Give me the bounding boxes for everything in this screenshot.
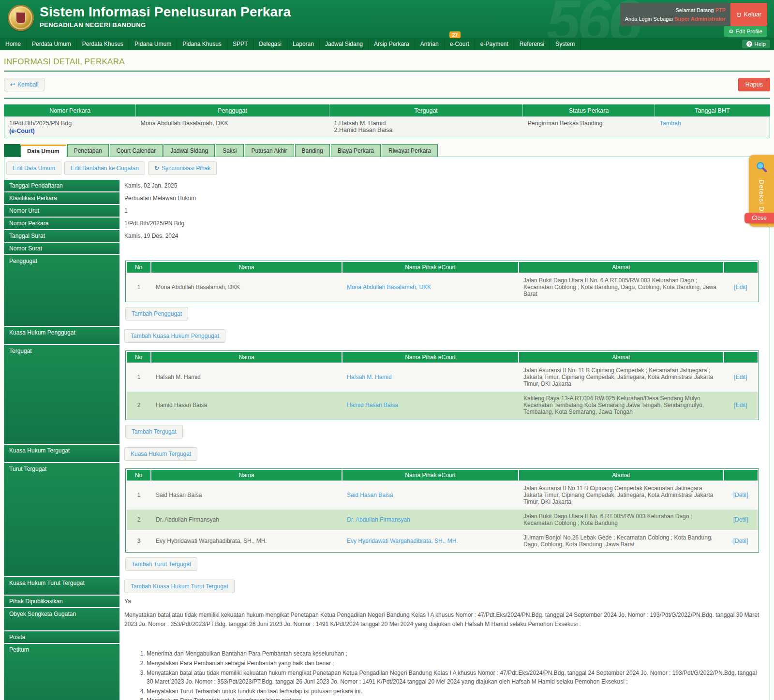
petitum-item: Menyatakan batal atau tidak memiliki kek… (147, 669, 765, 686)
nav-item-antrian[interactable]: Antrian (415, 38, 445, 50)
field-label: Kuasa Hukum Turut Tergugat (4, 577, 119, 596)
tab-jadwal-sidang[interactable]: Jadwal Sidang (164, 144, 215, 157)
tab-data-umum[interactable]: Data Umum (20, 145, 66, 157)
petitum-item: Menghukum Para Terbantah untuk membayar … (147, 696, 765, 700)
field-row-kuasa-hukum-tergugat: Kuasa Hukum Tergugat Kuasa Hukum Terguga… (4, 445, 770, 463)
field-label: Nomor Perkara (4, 218, 119, 230)
panel-toolbar: Edit Data Umum Edit Bantahan ke Gugatan … (4, 157, 770, 180)
field-label: Pihak Dipublikasikan (4, 596, 119, 608)
summary-penggugat: Mona Abdullah Basalamah, DKK (136, 117, 329, 138)
nav-item-delegasi[interactable]: Delegasi (253, 38, 287, 50)
edit-party-link[interactable]: [Edit] (734, 284, 747, 291)
tab-biaya-perkara[interactable]: Biaya Perkara (331, 144, 381, 157)
ecourt-tag: (e-Court) (9, 128, 131, 134)
nav-item-arsip-perkara[interactable]: Arsip Perkara (369, 38, 415, 50)
tambah-bht-link[interactable]: Tambah (660, 120, 681, 127)
tergugat-table: No Nama Nama Pihak eCourt Alamat 1 (125, 350, 759, 420)
nav-item-epayment[interactable]: e-Payment (475, 38, 514, 50)
party-ecourt-link[interactable]: Evy Hybridawati Wargahadibrata, SH., MH. (347, 538, 458, 544)
nav-item-referensi[interactable]: Referensi (514, 38, 550, 50)
tambah-penggugat-button[interactable]: Tambah Penggugat (125, 307, 188, 321)
field-value (119, 243, 770, 255)
field-row-tergugat: Tergugat No Nama Nama Pihak eCourt Alama… (4, 345, 770, 445)
nav-item-laporan[interactable]: Laporan (287, 38, 320, 50)
field-row-klasifikasi-perkara: Klasifikasi Perkara Perbuatan Melawan Hu… (4, 192, 770, 205)
field-row-nomor-urut: Nomor Urut 1 (4, 205, 770, 218)
ecourt-count-badge: 27 (449, 31, 461, 38)
field-row-nomor-surat: Nomor Surat (4, 243, 770, 255)
detail-party-link[interactable]: [Detil] (733, 516, 748, 523)
table-row: 2 Hamid Hasan Baisa Hamid Hasan Baisa Ka… (127, 391, 758, 419)
petitum-item: Menyatakan Turut Terbantah untuk tunduk … (147, 687, 765, 696)
back-arrow-icon: ↩ (10, 81, 15, 88)
tab-court-calendar[interactable]: Court Calendar (110, 144, 163, 157)
tambah-tergugat-button[interactable]: Tambah Tergugat (125, 425, 183, 438)
help-button[interactable]: ? Help (742, 40, 770, 48)
field-value: Kamis, 19 Des. 2024 (119, 230, 770, 243)
summary-header-bht: Tanggal BHT (655, 105, 770, 117)
edit-party-link[interactable]: [Edit] (734, 374, 747, 380)
tab-penetapan[interactable]: Penetapan (67, 144, 109, 157)
nav-item-pidana-khusus[interactable]: Pidana Khusus (177, 38, 227, 50)
tambah-turut-tergugat-button[interactable]: Tambah Turut Tergugat (125, 557, 197, 571)
detail-party-link[interactable]: [Detil] (733, 492, 748, 498)
edit-profile-button[interactable]: ⚙ Edit Profile (724, 26, 767, 37)
field-label: Kuasa Hukum Tergugat (4, 445, 119, 463)
field-label: Obyek Sengketa Gugatan (4, 608, 119, 631)
close-floating-button[interactable]: Close (744, 213, 774, 223)
nav-item-sppt[interactable]: SPPT (227, 38, 253, 50)
sync-pihak-button[interactable]: ↻ Syncronisasi Pihak (148, 161, 217, 175)
tambah-kuasa-hukum-penggugat-button[interactable]: Tambah Kuasa Hukum Penggugat (124, 329, 225, 343)
petitum-item: Menyatakan Para Pembantah sebagai Pemban… (147, 659, 765, 668)
field-value: Perbuatan Melawan Hukum (119, 192, 770, 205)
petitum-list: Menerima dan Mengabulkan Bantahan Para P… (147, 649, 765, 700)
back-button[interactable]: ↩ Kembali (4, 78, 45, 91)
tab-riwayat-perkara[interactable]: Riwayat Perkara (382, 144, 438, 157)
edit-party-link[interactable]: [Edit] (734, 402, 747, 408)
nav-item-perdata-umum[interactable]: Perdata Umum (27, 38, 77, 50)
field-value: Kamis, 02 Jan. 2025 (119, 180, 770, 192)
petitum-item: Menerima dan Mengabulkan Bantahan Para P… (147, 649, 765, 658)
field-row-turut-tergugat: Turut Tergugat No Nama Nama Pihak eCourt… (4, 463, 770, 577)
field-row-tanggal-pendaftaran: Tanggal Pendaftaran Kamis, 02 Jan. 2025 (4, 180, 770, 192)
nav-item-jadwal-sidang[interactable]: Jadwal Sidang (320, 38, 369, 50)
table-row: 1 Mona Abdullah Basalamah, DKK Mona Abdu… (127, 273, 758, 301)
tab-putusan-akhir[interactable]: Putusan Akhir (245, 144, 294, 157)
nav-item-home[interactable]: Home (0, 38, 27, 50)
main-content: INFORMASI DETAIL PERKARA ↩ Kembali Hapus… (0, 57, 774, 700)
kuasa-hukum-tergugat-button[interactable]: Kuasa Hukum Tergugat (124, 447, 197, 461)
nav-item-pidana-umum[interactable]: Pidana Umum (129, 38, 177, 50)
field-label: Petitum (4, 644, 119, 700)
field-row-penggugat: Penggugat No Nama Nama Pihak eCourt Alam… (4, 255, 770, 327)
tab-saksi[interactable]: Saksi (216, 144, 243, 157)
logout-button[interactable]: Keluar (730, 3, 767, 26)
delete-button[interactable]: Hapus (738, 78, 770, 91)
party-ecourt-link[interactable]: Said Hasan Baisa (347, 492, 393, 498)
tab-strip: Data Umum Penetapan Court Calendar Jadwa… (4, 144, 770, 157)
party-ecourt-link[interactable]: Hafsah M. Hamid (347, 374, 392, 380)
edit-bantahan-button[interactable]: Edit Bantahan ke Gugatan (64, 161, 145, 175)
welcome-user: PTP (715, 7, 725, 13)
app-title: Sistem Informasi Penelusuran Perkara (40, 4, 291, 20)
party-ecourt-link[interactable]: Hamid Hasan Baisa (347, 402, 398, 408)
party-ecourt-link[interactable]: Mona Abdullah Basalamah, DKK (347, 284, 431, 291)
nav-item-perdata-khusus[interactable]: Perdata Khusus (77, 38, 129, 50)
tab-banding[interactable]: Banding (295, 144, 330, 157)
field-row-posita: Posita (4, 631, 770, 644)
party-ecourt-link[interactable]: Dr. Abdullah Firmansyah (347, 516, 410, 523)
field-row-nomor-perkara: Nomor Perkara 1/Pdt.Bth/2025/PN Bdg (4, 218, 770, 230)
edit-data-umum-button[interactable]: Edit Data Umum (6, 161, 61, 175)
field-value (119, 631, 770, 644)
nav-item-system[interactable]: System (550, 38, 580, 50)
gear-icon: ⚙ (729, 28, 733, 35)
turut-tergugat-table: No Nama Nama Pihak eCourt Alamat 1 (125, 468, 759, 553)
case-number: 1/Pdt.Bth/2025/PN Bdg (9, 120, 131, 127)
table-row: 3 Evy Hybridawati Wargahadibrata, SH., M… (127, 530, 758, 551)
case-summary-table: Nomor Perkara Penggugat Tergugat Status … (4, 104, 770, 138)
field-row-obyek-sengketa: Obyek Sengketa Gugatan Menyatakan batal … (4, 608, 770, 631)
court-seal-logo (8, 5, 34, 31)
detail-party-link[interactable]: [Detil] (733, 538, 748, 544)
summary-header-penggugat: Penggugat (136, 105, 329, 117)
nav-item-ecourt[interactable]: 27 e-Court (445, 38, 475, 50)
tambah-kuasa-hukum-turut-tergugat-button[interactable]: Tambah Kuasa Hukum Turut Tergugat (124, 580, 235, 593)
